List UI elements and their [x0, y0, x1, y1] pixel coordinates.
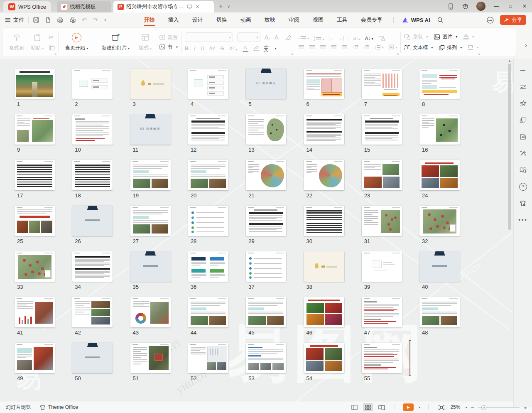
slide-thumbnail-25[interactable] — [15, 206, 55, 236]
underline-button[interactable]: U — [201, 45, 204, 52]
slide-thumbnail-7[interactable] — [362, 69, 402, 99]
outline-color-button[interactable]: ▾ — [468, 45, 478, 50]
favorites-star-icon[interactable] — [517, 98, 529, 109]
font-color-button[interactable]: A — [243, 45, 248, 52]
slide-sorter-canvas[interactable]: 易图网 易 易 yitu.cn yitu.cn yitu.cn 123401 项… — [0, 59, 532, 401]
tab-docer-templates[interactable]: 找稻壳模板 — [57, 1, 111, 12]
slide-thumbnail-52[interactable] — [188, 343, 228, 373]
slide-thumbnail-53[interactable] — [246, 343, 286, 373]
fill-color-button[interactable]: ▾ — [463, 34, 474, 39]
slide-thumbnail-22[interactable] — [304, 160, 344, 190]
move-down-button[interactable]: ↓ — [364, 45, 370, 49]
toolbar-chevron-icon[interactable]: ∨ — [104, 18, 107, 22]
slide-thumbnail-12[interactable] — [188, 114, 228, 145]
slide-thumbnail-16[interactable] — [419, 114, 460, 145]
slide-thumbnail-47[interactable] — [362, 297, 402, 327]
align-center-button[interactable] — [309, 45, 315, 49]
play-from-current-button[interactable]: ▶ 当页开始▾ — [62, 32, 91, 53]
scroll-up-arrow-icon[interactable]: ▲ — [507, 59, 512, 63]
highlight-color-button[interactable] — [253, 46, 259, 51]
sign-leaf-icon[interactable] — [517, 131, 529, 143]
slide-thumbnail-30[interactable] — [304, 206, 344, 236]
slide-thumbnail-51[interactable] — [130, 343, 171, 373]
slide-thumbnail-33[interactable] — [15, 251, 55, 282]
menu-tab-6[interactable]: 放映 — [258, 12, 282, 27]
theme-name-label[interactable]: Theme Office — [48, 404, 78, 410]
section-button[interactable]: 节▾ — [159, 44, 178, 51]
strikethrough-button[interactable]: S — [221, 45, 224, 52]
slide-thumbnail-42[interactable] — [72, 297, 113, 327]
slide-thumbnail-40[interactable] — [419, 251, 460, 282]
vertical-scrollbar[interactable]: ▲ — [507, 59, 512, 401]
print-preview-icon[interactable] — [69, 17, 76, 23]
fit-to-window-icon[interactable] — [436, 403, 446, 411]
menu-tab-5[interactable]: 动画 — [234, 12, 258, 27]
menu-tab-1[interactable]: 开始 — [137, 12, 162, 27]
slide-thumbnail-31[interactable] — [362, 206, 402, 236]
slide-thumbnail-43[interactable] — [130, 297, 171, 327]
more-options-icon[interactable]: ●●● — [517, 214, 529, 226]
menu-tab-3[interactable]: 设计 — [186, 12, 210, 27]
slide-thumbnail-13[interactable] — [246, 114, 286, 145]
properties-sliders-icon[interactable] — [517, 81, 529, 93]
slide-thumbnail-45[interactable] — [246, 297, 286, 327]
zoom-level-label[interactable]: 25% — [450, 404, 460, 410]
dialog-launcher-icon[interactable]: ↘ — [478, 52, 481, 56]
phonetic-guide-button[interactable]: wén 文 — [264, 45, 269, 52]
slide-thumbnail-44[interactable] — [188, 297, 228, 327]
dialog-launcher-icon[interactable]: ↘ — [54, 52, 57, 56]
tab-document[interactable]: P 绍兴嵊州市农贸市场专项规划 ✕ — [113, 1, 214, 12]
slide-thumbnail-1[interactable] — [15, 69, 55, 99]
slide-thumbnail-34[interactable] — [72, 251, 113, 282]
slide-thumbnail-55[interactable] — [362, 343, 402, 373]
paste-button[interactable]: 粘贴▾ — [27, 32, 47, 53]
slide-thumbnail-17[interactable] — [15, 160, 55, 190]
new-slide-button[interactable]: 新建幻灯片▾ — [98, 32, 133, 53]
normal-view-icon[interactable] — [349, 403, 359, 411]
scrollbar-thumb[interactable] — [508, 64, 511, 230]
arrange-button[interactable]: 排列▾ — [439, 44, 462, 51]
slide-thumbnail-23[interactable] — [362, 160, 402, 190]
menu-tab-7[interactable]: 审阅 — [282, 12, 306, 27]
slideshow-play-button[interactable]: ▶ — [403, 403, 414, 411]
slide-thumbnail-54[interactable] — [304, 343, 344, 373]
slide-thumbnail-49[interactable] — [15, 343, 55, 373]
search-icon[interactable] — [437, 17, 444, 23]
picture-button[interactable]: 图片▾ — [434, 33, 457, 40]
export-icon[interactable] — [45, 17, 51, 23]
slide-thumbnail-18[interactable] — [72, 160, 113, 190]
slide-thumbnail-24[interactable] — [419, 160, 460, 190]
slide-thumbnail-48[interactable] — [419, 297, 460, 327]
user-avatar[interactable] — [476, 2, 485, 11]
beautify-wand-icon[interactable] — [517, 148, 529, 159]
slide-thumbnail-36[interactable] — [188, 251, 228, 282]
slide-thumbnail-39[interactable] — [362, 251, 402, 282]
shrink-font-button[interactable]: A− — [275, 34, 280, 41]
slide-thumbnail-28[interactable] — [188, 206, 228, 236]
align-right-button[interactable] — [320, 45, 326, 49]
distribute-button[interactable] — [342, 45, 347, 49]
reading-view-icon[interactable] — [377, 403, 387, 411]
help-icon[interactable]: ? — [517, 181, 529, 192]
slide-thumbnail-10[interactable] — [72, 114, 113, 145]
slide-thumbnail-20[interactable] — [188, 160, 228, 190]
numbering-button[interactable]: 12▾ — [314, 35, 324, 41]
slide-thumbnail-46[interactable] — [304, 297, 344, 327]
slide-thumbnail-21[interactable] — [246, 160, 286, 190]
app-brand[interactable]: W WPS Office — [3, 1, 51, 12]
ribbon-expand-chevron-icon[interactable]: › — [525, 42, 527, 49]
close-tab-icon[interactable]: ✕ — [195, 4, 200, 10]
new-tab-button[interactable]: + — [219, 2, 223, 10]
char-border-button[interactable]: ab▾ — [353, 36, 360, 41]
save-icon[interactable] — [33, 17, 39, 23]
font-name-select[interactable]: ▾ — [185, 32, 233, 42]
copy-icon[interactable] — [49, 44, 55, 51]
menu-tab-9[interactable]: 工具 — [330, 12, 354, 27]
file-menu[interactable]: 文件 — [5, 16, 24, 24]
decrease-indent-button[interactable]: ← — [329, 36, 334, 41]
slide-thumbnail-37[interactable] — [246, 251, 286, 282]
format-painter-button[interactable]: 格式刷 — [6, 32, 27, 53]
slide-thumbnail-8[interactable] — [419, 69, 460, 99]
find-browse-icon[interactable] — [517, 164, 529, 176]
slide-thumbnail-11[interactable]: 02 现状解读 — [130, 114, 171, 145]
